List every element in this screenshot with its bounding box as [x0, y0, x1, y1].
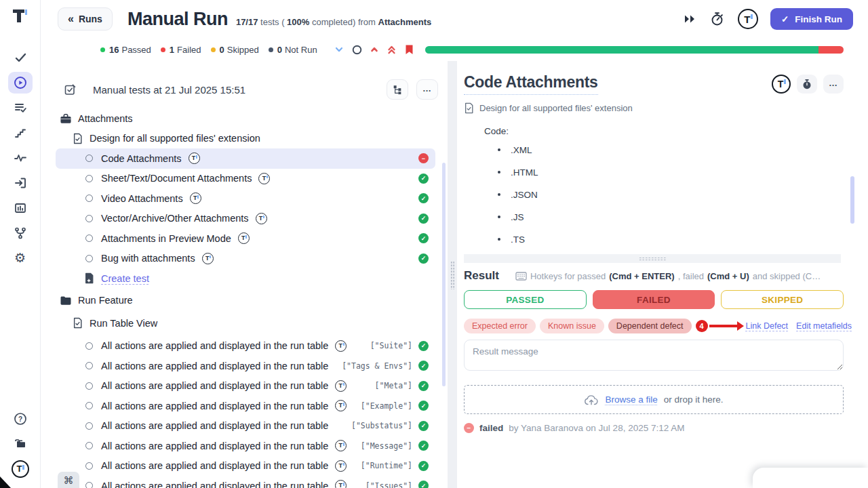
command-key-badge: ⌘: [58, 472, 79, 488]
run-status-row: 16Passed 1Failed 0Skipped 0Not Run: [41, 38, 868, 61]
chevron-down-icon[interactable]: [334, 44, 344, 55]
back-to-runs-button[interactable]: « Runs: [58, 7, 113, 30]
tree-row[interactable]: Code AttachmentsT−: [56, 148, 435, 169]
tree-row[interactable]: Attachments: [56, 108, 435, 129]
expected-error-badge[interactable]: Expected error: [464, 319, 536, 333]
circle-icon[interactable]: [352, 45, 362, 55]
progress-passed-segment: [425, 46, 818, 54]
test-timer-button[interactable]: [797, 75, 817, 94]
dependent-defect-badge[interactable]: Dependent defect: [608, 319, 692, 333]
list-item: .JSON: [498, 187, 868, 202]
tree-row[interactable]: All actions are applied and displayed in…: [56, 356, 435, 376]
testomat-badge-icon: T: [335, 440, 347, 451]
tree-row-create-test[interactable]: Create test: [56, 268, 435, 289]
tree-row[interactable]: Sheet/Text/Document AttachmentsT✓: [56, 169, 435, 189]
sidebar-item-import[interactable]: [8, 172, 33, 194]
tree-row[interactable]: All actions are applied and displayed in…: [56, 376, 435, 396]
tree-more-button[interactable]: …: [416, 79, 438, 100]
run-logo-avatar[interactable]: T: [738, 9, 758, 29]
result-history-line: − failed by Yana Baranova on Jul 28, 202…: [464, 423, 868, 433]
ellipsis-icon: …: [829, 78, 838, 88]
tree-row[interactable]: Design for all supported files' extensio…: [56, 129, 435, 149]
profile-logo: T: [12, 460, 29, 478]
testomat-badge-icon: T: [335, 340, 347, 352]
tree-row-label: Create test: [101, 273, 149, 284]
cursor-artifact: [0, 476, 11, 488]
dropzone-hint: or drop it here.: [664, 394, 724, 405]
annotation-number: 4: [696, 320, 708, 332]
sidebar-item-plans[interactable]: [8, 97, 33, 119]
passed-dot: [100, 47, 105, 52]
skipped-dot: [211, 47, 216, 52]
test-radio-icon: [85, 342, 93, 350]
sidebar-item-analytics[interactable]: [8, 197, 33, 219]
sidebar-profile-avatar[interactable]: T: [8, 458, 33, 480]
edit-metafields-link[interactable]: Edit metafields: [796, 321, 852, 331]
run-progress-bar: [425, 46, 844, 54]
tree-row-label: All actions are applied and displayed in…: [101, 380, 328, 391]
sidebar-item-settings[interactable]: ⚙: [8, 247, 33, 269]
sidebar-item-branches[interactable]: [8, 222, 33, 244]
testomat-logo-circle: T: [738, 9, 758, 29]
chevron-up-icon[interactable]: [370, 45, 379, 54]
ellipsis-icon: …: [422, 83, 432, 94]
link-defect-link[interactable]: Link Defect: [746, 321, 789, 331]
passed-stat: 16Passed: [100, 45, 151, 55]
testomat-badge-icon: T: [335, 460, 347, 472]
browse-file-link[interactable]: Browse a file: [605, 394, 657, 405]
status-passed-icon: ✓: [418, 441, 429, 451]
sidebar-item-steps[interactable]: [8, 122, 33, 144]
tree-view-toggle-button[interactable]: [387, 79, 408, 100]
fast-forward-button[interactable]: [684, 14, 696, 24]
result-message-input[interactable]: [464, 340, 844, 371]
tree-row[interactable]: Video AttachmentsT✓: [56, 188, 435, 209]
tree-row[interactable]: Run Feature: [56, 291, 435, 311]
test-radio-icon: [85, 482, 93, 488]
tree-row[interactable]: All actions are applied and displayed in…: [56, 336, 435, 357]
tree-row-label: Video Attachments: [101, 193, 183, 204]
finish-run-button[interactable]: ✓ Finish Run: [770, 8, 853, 30]
sidebar-item-pulse[interactable]: [8, 147, 33, 169]
tree-row[interactable]: All actions are applied and displayed in…: [56, 456, 435, 476]
tree-row[interactable]: Run Table View: [56, 313, 435, 333]
passed-button[interactable]: PASSED: [464, 290, 587, 309]
sidebar-item-help[interactable]: ?: [8, 408, 33, 430]
notrun-stat: 0Not Run: [269, 45, 317, 55]
double-chevron-up-icon[interactable]: [387, 44, 397, 55]
sidebar-item-projects[interactable]: [8, 433, 33, 455]
file-dropzone[interactable]: Browse a file or drop it here.: [464, 385, 844, 414]
tree-row[interactable]: All actions are applied and displayed in…: [56, 436, 435, 456]
panel-resize-divider[interactable]: [448, 61, 457, 488]
tree-row[interactable]: All actions are applied and displayed in…: [56, 416, 435, 436]
tree-row[interactable]: Vector/Archive/Other AttachmentsT✓: [56, 209, 435, 229]
test-tag: ["Tags & Envs"]: [342, 361, 412, 371]
test-tree-panel: Manual tests at 21 Jul 2025 15:51 … Atta…: [41, 61, 448, 488]
test-parent-doc[interactable]: Design for all supported files' extensio…: [479, 103, 633, 113]
test-tag: ["Runtime"]: [361, 461, 412, 470]
tree-row[interactable]: All actions are applied and displayed in…: [56, 476, 435, 488]
stopwatch-icon: [710, 12, 724, 26]
bookmark-icon[interactable]: [404, 44, 414, 56]
sidebar-item-runs[interactable]: [8, 72, 33, 94]
test-more-button[interactable]: …: [823, 75, 844, 94]
tree-row[interactable]: Bug with attachmentsT✓: [56, 249, 435, 269]
testomat-logo[interactable]: [12, 8, 28, 24]
tree-row[interactable]: Attachments in Preview ModeT✓: [56, 228, 435, 249]
failed-button[interactable]: FAILED: [593, 290, 715, 309]
test-title[interactable]: Code Attachments: [464, 73, 598, 95]
sidebar-item-tests[interactable]: [8, 47, 33, 68]
tree-scrollbar[interactable]: [442, 163, 446, 386]
tree-row-label: All actions are applied and displayed in…: [101, 420, 328, 431]
result-heading: Result: [464, 269, 499, 283]
result-resize-divider[interactable]: [464, 254, 841, 263]
skipped-button[interactable]: SKIPPED: [721, 290, 844, 309]
test-radio-icon: [85, 255, 93, 262]
import-icon: [14, 176, 27, 190]
tree-row-label: Sheet/Text/Document Attachments: [101, 173, 252, 184]
testomat-badge-icon: T: [256, 213, 267, 224]
play-circle-icon: [14, 76, 27, 89]
known-issue-badge[interactable]: Known issue: [540, 319, 604, 333]
tree-row[interactable]: All actions are applied and displayed in…: [56, 396, 435, 416]
timer-button[interactable]: [710, 12, 724, 26]
detail-scrollbar[interactable]: [850, 176, 854, 224]
